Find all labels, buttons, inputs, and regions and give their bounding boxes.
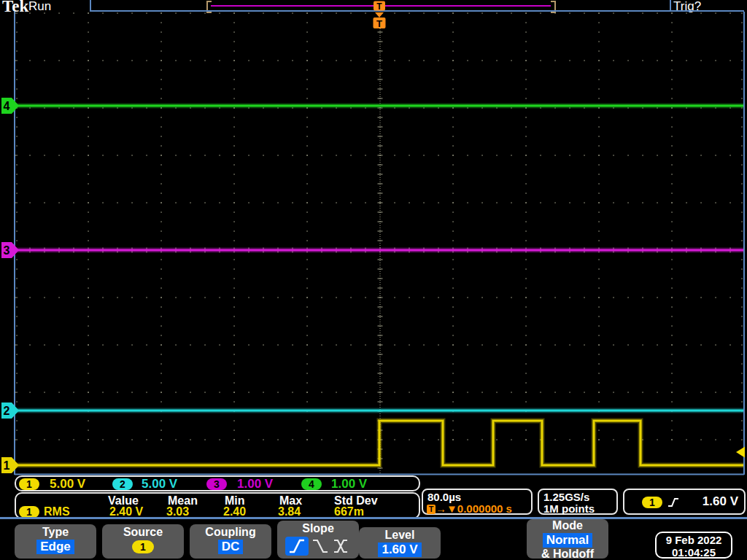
- menu-type-label: Type: [15, 526, 96, 539]
- svg-text:1: 1: [4, 459, 10, 472]
- time-value: 01:04:25: [657, 546, 731, 559]
- menu-mode-button[interactable]: Mode Normal & Holdoff: [527, 519, 608, 559]
- trigger-slope-rising-icon: [667, 497, 679, 508]
- record-length: 1M points: [543, 502, 595, 515]
- menu-separator: [0, 517, 747, 519]
- menu-slope-button[interactable]: Slope: [277, 521, 359, 559]
- pointer-down-icon: ▼: [446, 502, 457, 515]
- svg-text:T: T: [376, 1, 382, 12]
- trigger-level-value: 1.60 V: [703, 494, 738, 509]
- acquisition-readout: 1.25GS/s 1M points: [538, 489, 618, 515]
- measurement-table: Value Mean Min Max Std Dev 1 RMS 2.40 V …: [15, 492, 420, 519]
- horizontal-position: T→▼0.000000 s: [427, 502, 512, 515]
- menu-source-label: Source: [102, 526, 184, 539]
- svg-text:3: 3: [4, 244, 10, 257]
- datetime-display: 9 Feb 2022 01:04:25: [655, 532, 732, 559]
- menu-mode-suffix: & Holdoff: [527, 548, 608, 560]
- trace-ch1: [15, 421, 743, 465]
- svg-text:2: 2: [4, 405, 10, 417]
- graticule-grid: [15, 12, 743, 473]
- menu-level-button[interactable]: Level 1.60 V: [359, 527, 441, 559]
- oscilloscope-screen: Tek Run Trig? 1234TT 1 5.00 V 2 5.00 V 3…: [0, 0, 747, 560]
- trigger-source-badge: 1: [642, 497, 662, 508]
- graticule-border: [15, 12, 744, 475]
- trigger-level-arrow[interactable]: [736, 447, 745, 458]
- menu-coupling-label: Coupling: [190, 526, 271, 539]
- menu-coupling-button[interactable]: Coupling DC: [190, 524, 271, 559]
- horizontal-scale: 80.0µs: [427, 491, 461, 503]
- channel-scale-readout-bar: 1 5.00 V 2 5.00 V 3 1.00 V 4 1.00 V: [15, 475, 420, 491]
- slope-rising-selected[interactable]: [285, 537, 309, 556]
- channel4-position-marker[interactable]: 4: [1, 98, 19, 114]
- trigger-position-marker[interactable]: TT: [374, 1, 386, 29]
- horizontal-position-value: 0.000000 s: [457, 502, 512, 515]
- menu-type-value: Edge: [36, 540, 74, 554]
- sample-rate: 1.25GS/s: [543, 491, 589, 503]
- channel2-scale: 5.00 V: [142, 477, 177, 491]
- channel3-badge[interactable]: 3: [206, 478, 227, 490]
- channel1-badge[interactable]: 1: [19, 478, 39, 490]
- trigger-t-icon: T: [427, 505, 436, 514]
- menu-mode-value: Normal: [543, 533, 593, 548]
- channel3-scale: 1.00 V: [237, 477, 273, 491]
- menu-level-value: 1.60 V: [378, 542, 421, 557]
- channel3-position-marker[interactable]: 3: [1, 242, 19, 258]
- arrow-right-icon: →: [436, 502, 446, 515]
- menu-slope-label: Slope: [277, 522, 359, 535]
- slope-rising-icon: [287, 537, 306, 555]
- svg-text:T: T: [376, 18, 382, 29]
- trigger-readout: 1 1.60 V: [623, 489, 746, 515]
- slope-either-icon[interactable]: [332, 537, 351, 555]
- menu-coupling-value: DC: [218, 540, 244, 554]
- channel4-badge[interactable]: 4: [301, 478, 322, 490]
- channel1-scale: 5.00 V: [50, 477, 85, 491]
- menu-type-button[interactable]: Type Edge: [15, 524, 96, 559]
- menu-mode-label: Mode: [527, 519, 608, 532]
- meas-row-channel-badge: 1: [19, 506, 39, 518]
- horizontal-readout: 80.0µs T→▼0.000000 s: [422, 489, 533, 515]
- channel2-badge[interactable]: 2: [112, 478, 133, 490]
- menu-level-label: Level: [359, 529, 441, 542]
- svg-text:4: 4: [4, 100, 10, 112]
- channel1-position-marker[interactable]: 1: [1, 457, 19, 473]
- date-value: 9 Feb 2022: [657, 534, 731, 546]
- channel4-scale: 1.00 V: [331, 477, 367, 491]
- menu-source-channel-badge: 1: [132, 540, 154, 553]
- menu-source-button[interactable]: Source 1: [102, 524, 184, 559]
- slope-falling-icon[interactable]: [311, 537, 330, 555]
- channel2-position-marker[interactable]: 2: [1, 402, 19, 419]
